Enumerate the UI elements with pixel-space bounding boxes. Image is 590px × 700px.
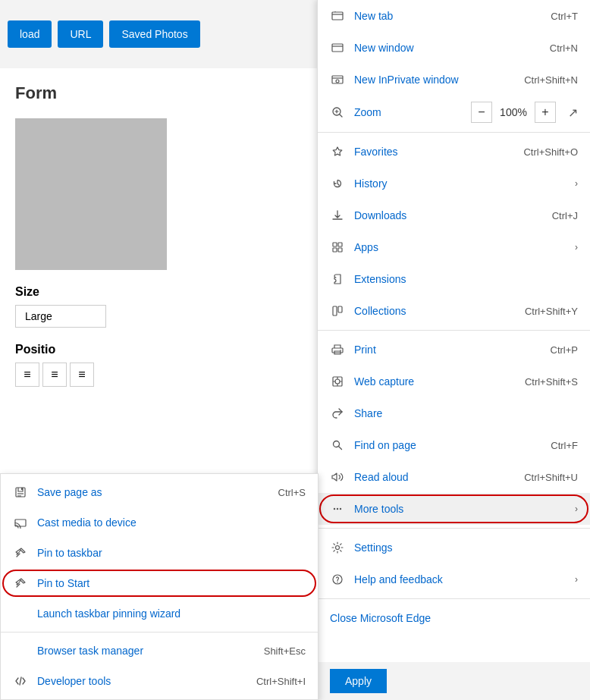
- menu-item-extensions[interactable]: Extensions: [318, 263, 590, 295]
- svg-rect-1: [332, 44, 343, 52]
- more-tools-icon: [330, 501, 345, 516]
- position-icons: ≡ ≡ ≡: [15, 363, 303, 387]
- sub-menu-shortcut-task-manager: Shift+Esc: [264, 645, 306, 657]
- pos-icon-left[interactable]: ≡: [15, 363, 39, 387]
- sub-menu-item-cast[interactable]: Cast media to device: [1, 507, 318, 538]
- menu-item-find[interactable]: Find on page Ctrl+F: [318, 429, 590, 461]
- menu-label-new-tab: New tab: [354, 10, 551, 22]
- sub-menu-shortcut-save-page: Ctrl+S: [278, 487, 306, 498]
- size-label: Size: [15, 285, 303, 299]
- svg-point-18: [340, 508, 341, 510]
- size-dropdown[interactable]: Large: [15, 305, 106, 328]
- page-title: Form: [15, 83, 303, 103]
- svg-point-12: [340, 350, 341, 351]
- svg-rect-7: [333, 248, 337, 252]
- sub-menu-label-pin-taskbar: Pin to taskbar: [37, 547, 306, 559]
- top-bar: load URL Saved Photos: [0, 0, 319, 68]
- sub-menu-item-pin-taskbar[interactable]: Pin to taskbar: [1, 538, 318, 568]
- menu-label-web-capture: Web capture: [354, 375, 525, 388]
- svg-rect-22: [16, 488, 25, 497]
- menu-shortcut-favorites: Ctrl+Shift+O: [523, 146, 578, 158]
- menu-shortcut-web-capture: Ctrl+Shift+S: [525, 376, 578, 388]
- sub-menu-item-save-page[interactable]: Save page as Ctrl+S: [1, 477, 318, 507]
- sub-menu-item-task-manager[interactable]: Browser task manager Shift+Esc: [1, 636, 318, 666]
- menu-item-print[interactable]: Print Ctrl+P: [318, 334, 590, 366]
- menu-item-zoom: Zoom − 100% + ↗: [318, 96, 590, 129]
- zoom-plus-button[interactable]: +: [535, 102, 556, 123]
- menu-item-close-edge[interactable]: Close Microsoft Edge: [318, 602, 590, 634]
- url-button[interactable]: URL: [58, 20, 103, 48]
- svg-point-16: [334, 508, 335, 510]
- load-button[interactable]: load: [8, 20, 52, 48]
- more-tools-arrow-icon: ›: [575, 504, 578, 514]
- sub-menu-label-cast: Cast media to device: [37, 516, 306, 529]
- sub-menu-item-pin-start[interactable]: Pin to Start: [1, 568, 318, 598]
- zoom-expand-icon[interactable]: ↗: [568, 105, 578, 120]
- preview-box: [15, 118, 167, 270]
- apply-button[interactable]: Apply: [330, 669, 387, 693]
- dev-tools-icon: [13, 673, 28, 689]
- zoom-controls: − 100% + ↗: [471, 102, 578, 123]
- menu-label-find: Find on page: [354, 439, 551, 451]
- menu-shortcut-downloads: Ctrl+J: [552, 210, 578, 221]
- menu-shortcut-read-aloud: Ctrl+Shift+U: [524, 472, 578, 483]
- menu-label-extensions: Extensions: [354, 273, 578, 285]
- menu-item-downloads[interactable]: Downloads Ctrl+J: [318, 199, 590, 231]
- sub-menu-divider: [1, 632, 318, 633]
- menu-item-new-window[interactable]: New window Ctrl+N: [318, 32, 590, 64]
- svg-rect-23: [21, 488, 23, 490]
- menu-label-history: History: [354, 177, 569, 190]
- svg-rect-11: [332, 348, 343, 353]
- pos-icon-right[interactable]: ≡: [70, 363, 94, 387]
- help-arrow-icon: ›: [575, 574, 578, 585]
- svg-rect-5: [333, 243, 337, 246]
- menu-shortcut-collections: Ctrl+Shift+Y: [525, 306, 578, 317]
- menu-item-collections[interactable]: Collections Ctrl+Shift+Y: [318, 295, 590, 327]
- menu-item-share[interactable]: Share: [318, 397, 590, 429]
- zoom-icon: [330, 105, 345, 120]
- menu-item-settings[interactable]: Settings: [318, 532, 590, 563]
- edge-menu: New tab Ctrl+T New window Ctrl+N New InP…: [317, 0, 590, 700]
- zoom-minus-button[interactable]: −: [471, 102, 492, 123]
- menu-item-web-capture[interactable]: Web capture Ctrl+Shift+S: [318, 366, 590, 397]
- menu-label-favorites: Favorites: [354, 146, 523, 158]
- menu-label-inprivate: New InPrivate window: [354, 74, 524, 86]
- sub-menu-item-dev-tools[interactable]: Developer tools Ctrl+Shift+I: [1, 666, 318, 696]
- apps-arrow-icon: ›: [575, 242, 578, 253]
- sub-menu-label-pin-start: Pin to Start: [37, 577, 306, 589]
- svg-rect-0: [332, 12, 343, 20]
- svg-point-3: [336, 80, 339, 83]
- menu-item-read-aloud[interactable]: Read aloud Ctrl+Shift+U: [318, 461, 590, 493]
- sub-menu-label-task-manager: Browser task manager: [37, 645, 264, 657]
- menu-item-new-tab[interactable]: New tab Ctrl+T: [318, 0, 590, 32]
- edge-menu-bottom: Apply: [318, 662, 590, 700]
- favorites-icon: [330, 144, 345, 159]
- history-arrow-icon: ›: [575, 178, 578, 189]
- menu-item-apps[interactable]: Apps ›: [318, 231, 590, 263]
- menu-item-favorites[interactable]: Favorites Ctrl+Shift+O: [318, 136, 590, 168]
- pin-start-icon: [13, 576, 28, 591]
- menu-label-downloads: Downloads: [354, 209, 552, 221]
- print-icon: [330, 342, 345, 357]
- menu-shortcut-new-window: Ctrl+N: [550, 42, 578, 54]
- menu-item-inprivate[interactable]: New InPrivate window Ctrl+Shift+N: [318, 64, 590, 96]
- task-manager-icon: [13, 643, 28, 658]
- menu-item-history[interactable]: History ›: [318, 168, 590, 199]
- find-icon: [330, 438, 345, 453]
- zoom-value: 100%: [498, 106, 529, 118]
- svg-point-14: [335, 379, 340, 384]
- read-aloud-icon: [330, 469, 345, 485]
- history-icon: [330, 176, 345, 191]
- menu-label-close-edge: Close Microsoft Edge: [330, 612, 431, 624]
- new-window-icon: [330, 40, 345, 55]
- menu-item-help[interactable]: Help and feedback ›: [318, 563, 590, 595]
- sub-menu-item-launch-wizard[interactable]: Launch taskbar pinning wizard: [1, 598, 318, 629]
- pos-icon-center[interactable]: ≡: [42, 363, 67, 387]
- menu-item-more-tools[interactable]: More tools ›: [318, 493, 590, 525]
- inprivate-icon: [330, 72, 345, 87]
- svg-point-15: [334, 441, 340, 447]
- menu-label-new-window: New window: [354, 42, 550, 54]
- saved-photos-button[interactable]: Saved Photos: [109, 20, 199, 48]
- menu-divider-3: [318, 528, 590, 529]
- svg-rect-9: [333, 306, 337, 315]
